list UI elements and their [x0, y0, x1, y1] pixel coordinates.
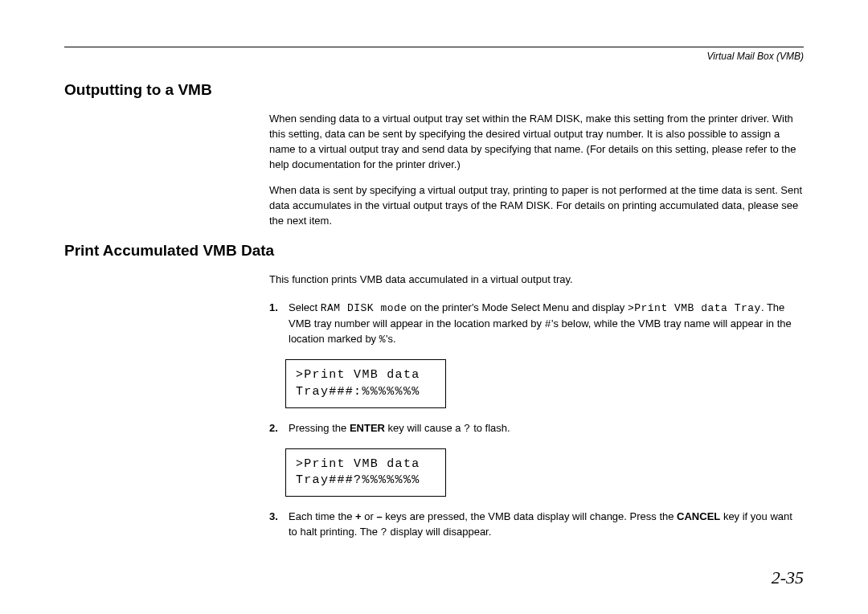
section-title-print: Print Accumulated VMB Data [64, 242, 804, 260]
step1-pre: Select [289, 301, 321, 313]
section2-intro-block: This function prints VMB data accumulate… [269, 272, 804, 288]
step-list: 1. Select RAM DISK mode on the printer's… [269, 301, 804, 349]
header-rule [64, 47, 804, 47]
header-label: Virtual Mail Box (VMB) [64, 51, 804, 62]
step2-bold1: ENTER [350, 422, 385, 434]
step-3-content: Each time the + or – keys are pressed, t… [289, 510, 804, 541]
display1-line2: Tray###:%%%%%%% [296, 385, 420, 399]
display2-line1: >Print VMB data [296, 457, 420, 471]
step-list-2: 2. Pressing the ENTER key will cause a ?… [269, 421, 804, 437]
display-box-1: >Print VMB data Tray###:%%%%%%% [285, 359, 446, 408]
step-1: 1. Select RAM DISK mode on the printer's… [269, 301, 804, 349]
step-3: 3. Each time the + or – keys are pressed… [269, 510, 804, 541]
step-list-3: 3. Each time the + or – keys are pressed… [269, 510, 804, 541]
step-2-num: 2. [269, 421, 285, 437]
step-1-content: Select RAM DISK mode on the printer's Mo… [289, 301, 804, 349]
step1-mono1: RAM DISK mode [321, 302, 407, 314]
step2-end: to flash. [471, 422, 510, 434]
section-title-outputting: Outputting to a VMB [64, 81, 804, 99]
step3-end: display will disappear. [387, 526, 491, 538]
step3-bold1: + [355, 510, 362, 522]
step1-end: 's. [386, 333, 396, 345]
step3-bold3: CANCEL [677, 510, 720, 522]
step3-mono1: ? [381, 526, 387, 538]
display2-line2: Tray###?%%%%%%% [296, 473, 420, 487]
display-box-2: >Print VMB data Tray###?%%%%%%% [285, 448, 446, 497]
step-2-content: Pressing the ENTER key will cause a ? to… [289, 421, 804, 437]
step1-mono2: >Print VMB data Tray [628, 302, 761, 314]
document-page: Virtual Mail Box (VMB) Outputting to a V… [0, 0, 868, 584]
step3-mid2: keys are pressed, the VMB data display w… [383, 510, 677, 522]
display1-line1: >Print VMB data [296, 368, 420, 382]
section2-intro: This function prints VMB data accumulate… [269, 272, 804, 288]
step1-mono4: % [379, 334, 386, 346]
section1-body: When sending data to a virtual output tr… [269, 112, 804, 229]
step2-mid: key will cause a [385, 422, 464, 434]
step3-pre: Each time the [289, 510, 355, 522]
step1-mono3: # [545, 318, 551, 330]
section1-para2: When data is sent by specifying a virtua… [269, 183, 804, 229]
step-1-num: 1. [269, 301, 285, 349]
step1-mid1: on the printer's Mode Select Menu and di… [407, 301, 628, 313]
step3-mid1: or [362, 510, 377, 522]
page-number: 2-35 [772, 567, 804, 588]
step2-mono1: ? [464, 423, 470, 435]
section1-para1: When sending data to a virtual output tr… [269, 112, 804, 172]
step-2: 2. Pressing the ENTER key will cause a ?… [269, 421, 804, 437]
step3-bold2: – [377, 510, 383, 522]
step-3-num: 3. [269, 510, 285, 541]
step2-pre: Pressing the [289, 422, 350, 434]
